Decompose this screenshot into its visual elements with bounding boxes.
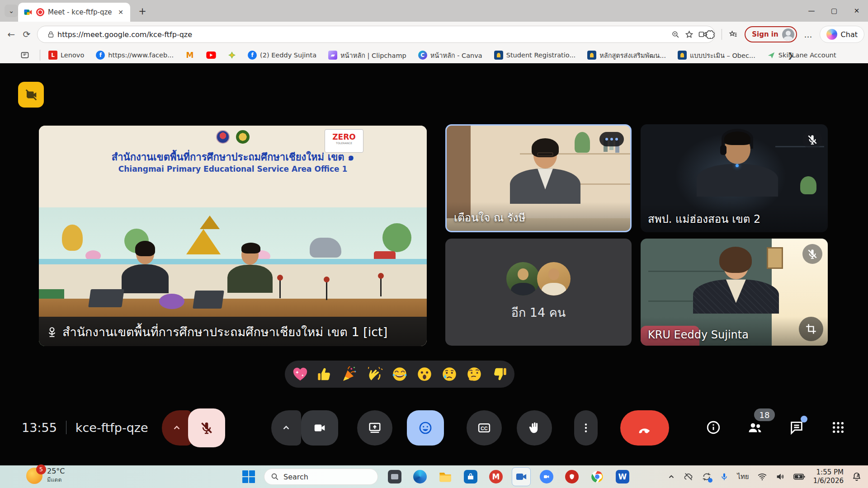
meeting-details-button[interactable] <box>704 418 722 436</box>
reactions-button[interactable] <box>407 410 444 446</box>
address-bar[interactable]: https://meet.google.com/kce-ftfp-qze <box>37 26 715 43</box>
bookmark-canva[interactable]: C หน้าหลัก - Canva <box>418 50 482 61</box>
bookmark-lenovo[interactable]: L Lenovo <box>48 51 84 60</box>
bookmark-gmail[interactable]: M <box>185 51 194 60</box>
favorite-star-icon[interactable] <box>682 28 696 41</box>
new-tab-button[interactable]: + <box>136 5 149 17</box>
tab-close-icon[interactable]: ✕ <box>116 7 126 17</box>
app-icon-store[interactable] <box>461 467 480 486</box>
tray-clock[interactable]: 1:55 PM 1/6/2026 <box>813 468 844 486</box>
video-tile-maehongson[interactable]: สพป. แม่ฮ่องสอน เขต 2 <box>641 124 828 232</box>
system-tray: ไทย 1:55 PM 1/6/2026 <box>667 465 862 488</box>
tab-search-button[interactable]: ⌄ <box>5 5 18 17</box>
onedrive-paused-icon[interactable] <box>684 472 693 482</box>
activities-button[interactable] <box>829 418 847 436</box>
language-indicator[interactable]: ไทย <box>737 471 749 482</box>
weather-desc: มีแดด <box>47 475 65 484</box>
thumbs-up-icon[interactable] <box>316 366 334 383</box>
microphone <box>279 279 281 298</box>
video-tile-speaker[interactable]: เตือนใจ ณ รังษี <box>445 124 632 232</box>
thumbs-down-icon[interactable] <box>491 366 508 383</box>
clapping-hands-icon[interactable] <box>366 366 383 383</box>
start-button[interactable] <box>242 470 255 483</box>
cc-icon: CC <box>477 421 491 435</box>
leave-call-button[interactable] <box>620 410 669 446</box>
zoom-page-icon[interactable] <box>669 28 682 41</box>
windows-taskbar: 5 25°C มีแดด Search M <box>0 465 868 488</box>
app-icon-file-explorer[interactable] <box>436 467 455 486</box>
present-screen-button[interactable] <box>357 410 392 446</box>
toolbar-right: Sign in … Chat <box>703 25 864 43</box>
app-icon-tool[interactable] <box>385 467 404 486</box>
video-tile-main[interactable]: ZEROTOLERANCE สำนักงานเขตพื้นที่การศึกษา… <box>39 126 427 346</box>
present-icon <box>368 421 382 435</box>
notification-bell-icon[interactable] <box>852 472 862 482</box>
refresh-button[interactable]: ⟳ <box>19 27 34 42</box>
app-icon-zoom[interactable] <box>537 467 556 486</box>
bookmark-skilllane[interactable]: SkillLane Account <box>767 51 836 59</box>
app-icon-mail[interactable]: M <box>486 467 505 486</box>
close-button[interactable]: ✕ <box>845 0 868 22</box>
bookmark-facebook[interactable]: f https://www.faceb... <box>96 51 174 60</box>
wifi-icon[interactable] <box>757 472 767 482</box>
sync-icon[interactable] <box>702 472 712 482</box>
video-tile-kru[interactable]: KRU Eeddy Sujinta <box>641 239 828 346</box>
app-icon-camera-active[interactable] <box>512 467 531 486</box>
sidebar-panel-icon[interactable] <box>18 48 32 62</box>
bookmark-obec-eval[interactable]: แบบประเมิน – Obec... <box>678 50 755 61</box>
face-with-tears-of-joy-icon[interactable] <box>391 366 408 383</box>
bookmark-clipchamp[interactable]: ▰ หน้าหลัก | Clipchamp <box>328 50 406 61</box>
mic-in-use-icon[interactable] <box>720 472 729 481</box>
app-icon-security[interactable] <box>562 467 581 486</box>
meeting-code: kce-ftfp-qze <box>75 421 148 435</box>
main-tile-wall: ZEROTOLERANCE สำนักงานเขตพื้นที่การศึกษา… <box>39 126 427 207</box>
browser-titlebar: ⌄ Meet - kce-ftfp-qze ✕ + — ▢ ✕ <box>0 0 868 22</box>
crying-face-icon[interactable] <box>441 366 458 383</box>
back-button[interactable]: ← <box>4 27 19 42</box>
crop-tile-button[interactable] <box>799 317 823 341</box>
app-icon-edge[interactable] <box>410 467 429 486</box>
tray-chevron-icon[interactable] <box>667 473 675 481</box>
participants-button[interactable]: 18 <box>746 418 764 436</box>
sparkling-heart-icon[interactable] <box>292 366 309 383</box>
browser-essentials-icon[interactable] <box>703 28 717 41</box>
party-popper-icon[interactable] <box>341 366 359 383</box>
more-options-button[interactable] <box>574 410 598 446</box>
bookmark-eeddy-facebook[interactable]: f (2) Eeddy Sujinta <box>248 51 316 60</box>
chat-button[interactable] <box>788 418 806 436</box>
tile-options-button[interactable] <box>599 132 624 146</box>
camera-toggle-button[interactable] <box>301 410 338 446</box>
mic-toggle-button[interactable] <box>188 408 225 447</box>
app-icon-chrome[interactable] <box>588 467 607 486</box>
weather-widget[interactable]: 5 25°C มีแดด <box>26 467 65 484</box>
favorites-bar-icon[interactable] <box>726 28 740 41</box>
divider <box>40 50 40 61</box>
bookmark-course[interactable]: หลักสูตรส่งเสริมพัฒน... <box>587 50 666 61</box>
minimize-button[interactable]: — <box>800 0 823 22</box>
bookmark-youtube[interactable] <box>206 52 216 59</box>
browser-tab[interactable]: Meet - kce-ftfp-qze ✕ <box>18 3 130 22</box>
meet-control-bar: 13:55 kce-ftfp-qze <box>0 407 868 448</box>
bookmark-sparkle[interactable] <box>228 51 236 59</box>
sign-in-button[interactable]: Sign in <box>745 26 797 42</box>
thinking-face-icon[interactable] <box>466 366 483 383</box>
video-tile-others[interactable]: อีก 14 คน <box>445 239 632 346</box>
volume-icon[interactable] <box>775 472 785 482</box>
mic-options-chevron[interactable] <box>162 410 192 446</box>
camera-off-indicator[interactable] <box>18 82 44 108</box>
videocam-icon <box>313 421 326 435</box>
surprised-face-icon[interactable] <box>416 366 433 383</box>
bookmarks-overflow-chevron[interactable]: ❯ <box>788 51 793 60</box>
bookmark-student-registration[interactable]: Student Registratio... <box>494 51 576 60</box>
settings-more-icon[interactable]: … <box>802 28 815 41</box>
microphone <box>380 277 382 296</box>
raise-hand-button[interactable] <box>517 410 552 446</box>
captions-button[interactable]: CC <box>467 410 502 446</box>
camera-options-chevron[interactable] <box>271 410 301 446</box>
taskbar-search[interactable]: Search <box>264 469 378 485</box>
maximize-button[interactable]: ▢ <box>823 0 845 22</box>
banner-line2: Chiangmai Primary Educational Service Ar… <box>39 164 427 174</box>
copilot-chat-button[interactable]: Chat <box>820 26 864 43</box>
battery-icon[interactable] <box>793 473 805 480</box>
app-icon-word[interactable]: W <box>613 467 632 486</box>
